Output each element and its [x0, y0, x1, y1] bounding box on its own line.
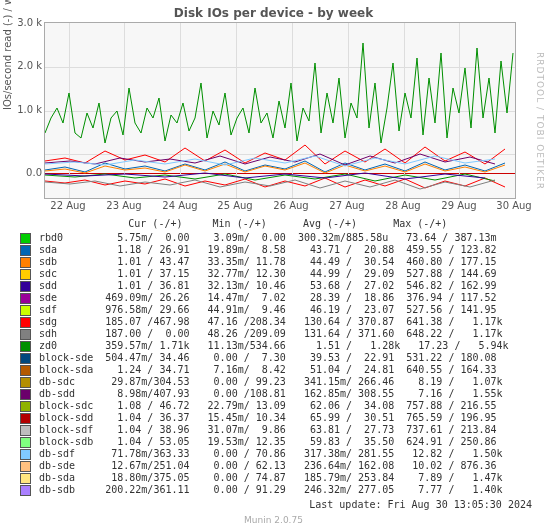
legend-row: block-sde 504.47m/ 34.46 0.00 / 7.30 39.…: [20, 352, 509, 364]
legend-row: db-sdb 200.22m/361.11 0.00 / 91.29 246.3…: [20, 484, 509, 496]
legend-swatch: [20, 341, 31, 352]
legend-swatch: [20, 461, 31, 472]
legend-text: db-sde 12.67m/251.04 0.00 / 62.13 236.64…: [39, 460, 497, 472]
legend-row: db-sde 12.67m/251.04 0.00 / 62.13 236.64…: [20, 460, 509, 472]
legend-text: block-sdf 1.04 / 38.96 31.07m/ 9.86 63.8…: [39, 424, 497, 436]
legend-swatch: [20, 257, 31, 268]
xtick: 23 Aug: [99, 200, 149, 211]
legend-swatch: [20, 413, 31, 424]
legend-text: sdd 1.01 / 36.81 32.13m/ 10.46 53.68 / 2…: [39, 280, 497, 292]
legend-row: sdh 187.00 / 0.00 48.26 /209.09 131.64 /…: [20, 328, 509, 340]
xtick: 29 Aug: [434, 200, 484, 211]
legend-text: block-sdc 1.08 / 46.72 22.79m/ 13.09 62.…: [39, 400, 497, 412]
legend-row: block-sdc 1.08 / 46.72 22.79m/ 13.09 62.…: [20, 400, 509, 412]
xtick: 24 Aug: [155, 200, 205, 211]
legend-text: db-sdb 200.22m/361.11 0.00 / 91.29 246.3…: [39, 484, 503, 496]
legend-swatch: [20, 293, 31, 304]
legend-swatch: [20, 245, 31, 256]
xtick: 26 Aug: [266, 200, 316, 211]
legend-text: sda 1.18 / 26.91 19.89m/ 8.58 43.71 / 20…: [39, 244, 497, 256]
legend-text: sdf 976.58m/ 29.66 44.91m/ 9.46 46.19 / …: [39, 304, 497, 316]
traces: [45, 23, 515, 198]
legend-swatch: [20, 377, 31, 388]
legend-swatch: [20, 281, 31, 292]
munin-version: Munin 2.0.75: [0, 515, 547, 525]
legend-swatch: [20, 305, 31, 316]
xtick: 25 Aug: [210, 200, 260, 211]
legend-text: db-sdc 29.87m/304.53 0.00 / 99.23 341.15…: [39, 376, 503, 388]
munin-chart: Disk IOs per device - by week IOs/second…: [0, 0, 547, 527]
legend-text: sdb 1.01 / 43.47 33.35m/ 11.78 44.49 / 3…: [39, 256, 497, 268]
legend: rbd0 5.75m/ 0.00 3.09m/ 0.00 300.32m/885…: [20, 232, 509, 496]
legend-swatch: [20, 437, 31, 448]
legend-swatch: [20, 401, 31, 412]
plot-area: [44, 22, 516, 199]
legend-text: block-sde 504.47m/ 34.46 0.00 / 7.30 39.…: [39, 352, 497, 364]
legend-swatch: [20, 389, 31, 400]
legend-swatch: [20, 449, 31, 460]
legend-swatch: [20, 353, 31, 364]
legend-swatch: [20, 233, 31, 244]
legend-row: block-sdf 1.04 / 38.96 31.07m/ 9.86 63.8…: [20, 424, 509, 436]
xtick: 22 Aug: [43, 200, 93, 211]
legend-text: db-sdd 8.98m/407.93 0.00 /108.81 162.85m…: [39, 388, 503, 400]
legend-swatch: [20, 269, 31, 280]
ytick: 0.0: [2, 167, 42, 178]
legend-swatch: [20, 473, 31, 484]
xtick: 28 Aug: [378, 200, 428, 211]
xtick: 30 Aug: [489, 200, 539, 211]
legend-text: db-sda 18.80m/375.05 0.00 / 74.87 185.79…: [39, 472, 503, 484]
legend-row: block-sda 1.24 / 34.71 7.16m/ 8.42 51.04…: [20, 364, 509, 376]
legend-row: rbd0 5.75m/ 0.00 3.09m/ 0.00 300.32m/885…: [20, 232, 509, 244]
legend-text: db-sdf 71.78m/363.33 0.00 / 70.86 317.38…: [39, 448, 503, 460]
chart-title: Disk IOs per device - by week: [0, 6, 547, 20]
legend-row: sdg 185.07 /467.98 47.16 /208.34 130.64 …: [20, 316, 509, 328]
legend-row: sdb 1.01 / 43.47 33.35m/ 11.78 44.49 / 3…: [20, 256, 509, 268]
legend-text: zd0 359.57m/ 1.71k 11.13m/534.66 1.51 / …: [39, 340, 509, 352]
legend-text: block-sdd 1.04 / 36.37 15.45m/ 10.34 65.…: [39, 412, 497, 424]
ytick: 2.0 k: [2, 60, 42, 71]
legend-row: sdf 976.58m/ 29.66 44.91m/ 9.46 46.19 / …: [20, 304, 509, 316]
legend-swatch: [20, 425, 31, 436]
legend-row: sde 469.09m/ 26.26 14.47m/ 7.02 28.39 / …: [20, 292, 509, 304]
legend-row: db-sdf 71.78m/363.33 0.00 / 70.86 317.38…: [20, 448, 509, 460]
legend-text: rbd0 5.75m/ 0.00 3.09m/ 0.00 300.32m/885…: [39, 232, 497, 244]
ytick: 1.0 k: [2, 104, 42, 115]
legend-swatch: [20, 485, 31, 496]
legend-row: sdc 1.01 / 37.15 32.77m/ 12.30 44.99 / 2…: [20, 268, 509, 280]
legend-swatch: [20, 329, 31, 340]
legend-text: block-sdb 1.04 / 53.05 19.53m/ 12.35 59.…: [39, 436, 497, 448]
xtick: 27 Aug: [322, 200, 372, 211]
legend-text: sdh 187.00 / 0.00 48.26 /209.09 131.64 /…: [39, 328, 503, 340]
last-update: Last update: Fri Aug 30 13:05:30 2024: [309, 499, 532, 510]
legend-text: sdg 185.07 /467.98 47.16 /208.34 130.64 …: [39, 316, 503, 328]
rrdtool-credit: RRDTOOL / TOBI OETIKER: [535, 52, 545, 190]
legend-row: sdd 1.01 / 36.81 32.13m/ 10.46 53.68 / 2…: [20, 280, 509, 292]
legend-header: Cur (-/+) Min (-/+) Avg (-/+) Max (-/+): [44, 218, 447, 229]
legend-row: zd0 359.57m/ 1.71k 11.13m/534.66 1.51 / …: [20, 340, 509, 352]
legend-row: db-sdc 29.87m/304.53 0.00 / 99.23 341.15…: [20, 376, 509, 388]
legend-swatch: [20, 365, 31, 376]
legend-text: block-sda 1.24 / 34.71 7.16m/ 8.42 51.04…: [39, 364, 497, 376]
legend-row: db-sda 18.80m/375.05 0.00 / 74.87 185.79…: [20, 472, 509, 484]
ytick: 3.0 k: [2, 17, 42, 28]
legend-text: sdc 1.01 / 37.15 32.77m/ 12.30 44.99 / 2…: [39, 268, 497, 280]
legend-text: sde 469.09m/ 26.26 14.47m/ 7.02 28.39 / …: [39, 292, 497, 304]
legend-row: db-sdd 8.98m/407.93 0.00 /108.81 162.85m…: [20, 388, 509, 400]
legend-row: sda 1.18 / 26.91 19.89m/ 8.58 43.71 / 20…: [20, 244, 509, 256]
legend-swatch: [20, 317, 31, 328]
legend-row: block-sdb 1.04 / 53.05 19.53m/ 12.35 59.…: [20, 436, 509, 448]
legend-row: block-sdd 1.04 / 36.37 15.45m/ 10.34 65.…: [20, 412, 509, 424]
